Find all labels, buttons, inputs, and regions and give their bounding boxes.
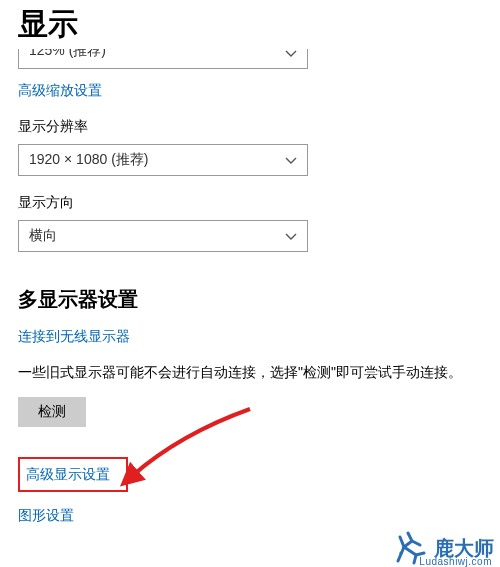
multi-display-heading: 多显示器设置 — [18, 286, 482, 313]
resolution-label: 显示分辨率 — [18, 118, 482, 136]
advanced-display-link[interactable]: 高级显示设置 — [26, 466, 110, 484]
page-title: 显示 — [18, 4, 482, 45]
scale-value: 125% (推荐) — [29, 49, 106, 60]
resolution-value: 1920 × 1080 (推荐) — [29, 151, 148, 169]
orientation-value: 横向 — [29, 227, 57, 245]
chevron-down-icon — [285, 230, 297, 242]
display-settings-page: 显示 125% (推荐) 高级缩放设置 显示分辨率 1920 × 1080 (推… — [0, 4, 500, 567]
advanced-scale-link[interactable]: 高级缩放设置 — [18, 82, 102, 100]
multi-display-description: 一些旧式显示器可能不会进行自动连接，选择"检测"即可尝试手动连接。 — [18, 362, 482, 383]
watermark: 鹿大师 Ludashiwj.com — [390, 531, 494, 565]
scale-dropdown[interactable]: 125% (推荐) — [18, 49, 308, 69]
detect-button[interactable]: 检测 — [18, 397, 86, 427]
svg-point-0 — [399, 551, 402, 554]
resolution-dropdown[interactable]: 1920 × 1080 (推荐) — [18, 144, 308, 176]
graphics-settings-link[interactable]: 图形设置 — [18, 507, 74, 525]
orientation-label: 显示方向 — [18, 194, 482, 212]
connect-wireless-link[interactable]: 连接到无线显示器 — [18, 328, 130, 346]
watermark-url: Ludashiwj.com — [419, 556, 492, 567]
orientation-dropdown[interactable]: 横向 — [18, 220, 308, 252]
highlight-annotation: 高级显示设置 — [18, 457, 128, 492]
chevron-down-icon — [285, 49, 297, 59]
chevron-down-icon — [285, 154, 297, 166]
